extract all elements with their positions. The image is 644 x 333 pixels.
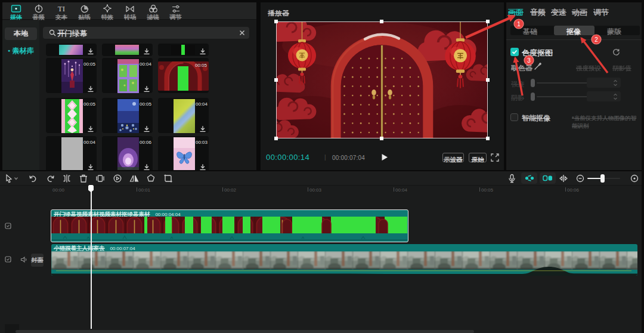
svg-text:TI: TI: [58, 4, 65, 13]
